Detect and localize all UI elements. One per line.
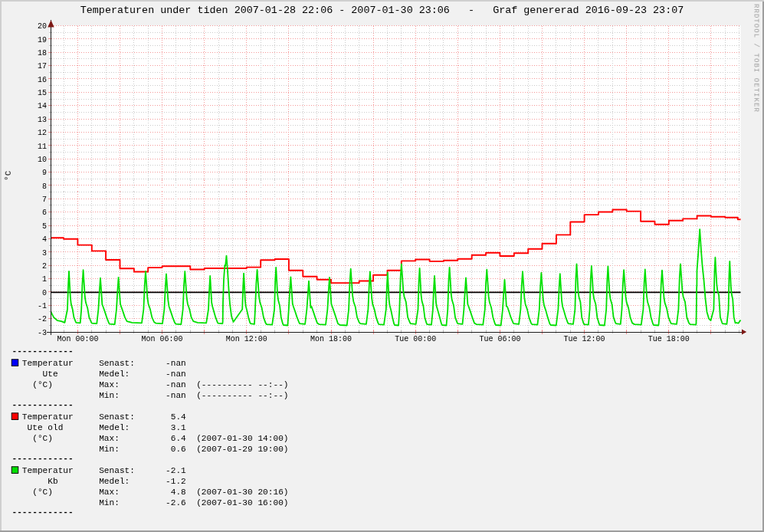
svg-text:------------: ------------ [12,454,74,463]
svg-text:RRDTOOL / TOBI OETIKER: RRDTOOL / TOBI OETIKER [753,4,760,113]
svg-text:12: 12 [38,129,47,137]
svg-text:13: 13 [38,116,47,124]
svg-text:14: 14 [38,102,47,110]
svg-text:-3: -3 [38,329,47,337]
svg-text:Mon 06:00: Mon 06:00 [142,335,183,343]
svg-text:Ute Medel: -nan: Ute Medel: -nan [12,369,186,379]
svg-text:3: 3 [42,249,47,258]
svg-text:Mon 12:00: Mon 12:00 [226,335,267,343]
svg-text:16: 16 [38,76,47,84]
svg-text:°C: °C [4,170,13,181]
svg-text:7: 7 [42,195,47,204]
svg-text:4: 4 [42,235,47,244]
svg-text:Min: -2.6 (2007-01-30: Min: -2.6 (2007-01-30 16:00) [12,498,289,507]
svg-text:Mon 00:00: Mon 00:00 [57,335,98,343]
svg-text:Tue 12:00: Tue 12:00 [564,335,605,343]
svg-text:Tue 00:00: Tue 00:00 [395,335,436,343]
svg-text:Temperatur Senast: -2: Temperatur Senast: -2.1 [12,466,187,475]
svg-text:9: 9 [42,169,47,177]
svg-text:Tue 18:00: Tue 18:00 [648,335,690,343]
svg-text:(°C) Max: -nan: (°C) Max: -nan (---------- --:--) [12,380,289,389]
svg-text:------------: ------------ [12,400,74,409]
svg-text:8: 8 [42,182,47,191]
svg-text:Kb Medel: -1.2: Kb Medel: -1.2 [12,477,186,486]
svg-text:20: 20 [38,22,47,31]
svg-text:17: 17 [38,62,47,71]
svg-text:Temperaturen under tiden 2007-: Temperaturen under tiden 2007-01-28 22:0… [80,5,684,16]
svg-text:5: 5 [42,222,47,231]
svg-text:18: 18 [38,49,47,57]
svg-text:-1: -1 [38,302,47,310]
svg-text:11: 11 [38,143,47,151]
svg-text:(°C) Max: 4.8: (°C) Max: 4.8 (2007-01-30 20:16) [12,488,289,497]
svg-text:Temperatur Senast: 5: Temperatur Senast: 5.4 [12,412,187,422]
svg-text:Min: -nan (----------: Min: -nan (---------- --:--) [12,391,289,400]
svg-text:------------: ------------ [12,346,74,356]
svg-text:1: 1 [42,275,47,284]
svg-text:10: 10 [38,156,47,164]
svg-text:(°C) Max: 6.4: (°C) Max: 6.4 (2007-01-30 14:00) [12,434,289,443]
svg-text:Ute old Medel: 3.: Ute old Medel: 3.1 [12,423,187,432]
svg-text:------------: ------------ [12,507,74,517]
svg-text:Mon 18:00: Mon 18:00 [310,335,352,343]
svg-text:15: 15 [38,89,47,97]
svg-text:Temperatur Senast: -n: Temperatur Senast: -nan [12,359,186,368]
svg-text:19: 19 [38,36,47,44]
svg-text:0: 0 [42,289,47,297]
svg-text:Min: 0.6 (2007-01-29: Min: 0.6 (2007-01-29 19:00) [12,445,289,454]
svg-text:6: 6 [42,209,47,217]
svg-text:-2: -2 [38,315,47,323]
svg-text:2: 2 [42,262,47,271]
svg-text:Tue 06:00: Tue 06:00 [479,335,520,343]
